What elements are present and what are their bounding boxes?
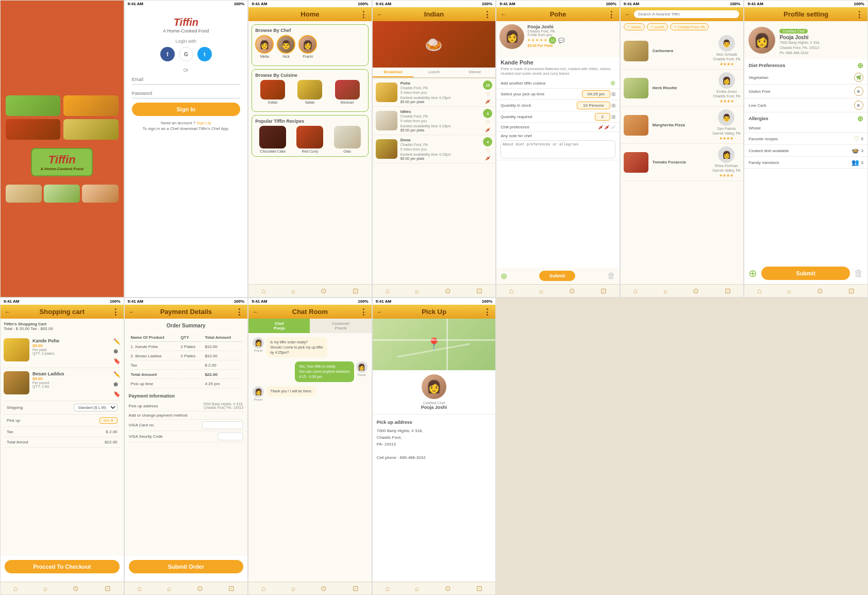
password-input[interactable] [132, 89, 241, 98]
chef-nikita[interactable]: 👩 Nikita [255, 35, 274, 58]
nav-search-icon[interactable]: ⌕ [291, 287, 295, 295]
add-allergy-icon[interactable]: ⊕ [857, 114, 863, 123]
nav-home-icon[interactable]: ⌂ [137, 584, 141, 592]
cuisine-indian[interactable]: Indian [255, 80, 290, 104]
vegetarian-toggle[interactable]: 🌿 [854, 73, 863, 82]
nav-search-icon[interactable]: ⌕ [415, 287, 419, 295]
submit-order-button[interactable]: Submit Order [129, 560, 244, 573]
nav-cart-icon[interactable]: ⊡ [725, 287, 731, 295]
tab-customer-prachi[interactable]: CustomerPrachi [310, 319, 371, 333]
bookmark-icon[interactable]: 🔖 [113, 358, 121, 365]
nav-cart-icon[interactable]: ⊡ [228, 584, 235, 592]
visa-security-input[interactable] [218, 433, 243, 440]
tab-chef-pooja[interactable]: ChefPooja [248, 319, 310, 333]
chef-nick[interactable]: 👨 Nick [277, 35, 295, 58]
list-item[interactable]: Herb Risotte 👩 Emilia Jones Chadds Ford,… [621, 70, 744, 107]
gluten-free-toggle[interactable]: ⊗ [854, 87, 863, 96]
edit-icon[interactable]: ✏️ [113, 371, 121, 378]
nav-home-icon[interactable]: ⌂ [261, 287, 265, 295]
add-icon[interactable]: ⊕ [748, 267, 757, 279]
chef-prachi[interactable]: 👩 Prachi [298, 35, 317, 58]
list-item[interactable]: Tomato Focaccia 👩 Rhea Perlman Garnet Va… [621, 144, 744, 181]
twitter-login-btn[interactable]: t [197, 47, 212, 61]
add-icon[interactable]: ⊕ [500, 271, 507, 281]
nav-cart-icon[interactable]: ⊡ [353, 584, 359, 592]
nav-cart-icon[interactable]: ⊡ [848, 287, 855, 295]
recipe-red-curry[interactable]: Red Curry [292, 126, 327, 153]
quantity-required-input[interactable]: 2 [595, 113, 610, 121]
tab-breakfast[interactable]: Breakfast [373, 68, 414, 77]
nav-profile-icon[interactable]: ⊙ [321, 584, 327, 592]
back-arrow-icon[interactable]: ← [500, 11, 507, 18]
chili-3[interactable]: 🌶 [610, 124, 615, 130]
heart-icon[interactable]: ♡ [486, 91, 490, 97]
nav-search-icon[interactable]: ⌕ [539, 287, 543, 295]
more-menu-icon[interactable]: ⋮ [855, 9, 863, 19]
delete-icon[interactable]: 🗑 [854, 268, 863, 279]
list-item[interactable]: Pohe Chadds Ford, PA5 miles from youEarl… [373, 78, 496, 107]
edit-icon[interactable]: ✏️ [113, 338, 121, 345]
nav-profile-icon[interactable]: ⊙ [197, 584, 203, 592]
message-icon[interactable]: 💬 [558, 38, 564, 43]
nav-cart-icon[interactable]: ⊡ [105, 584, 111, 592]
nav-search-icon[interactable]: ⌕ [663, 287, 667, 295]
nav-profile-icon[interactable]: ⊙ [445, 287, 451, 295]
facebook-login-btn[interactable]: f [160, 47, 175, 61]
filter-chip-italian[interactable]: ✓ Italian [624, 23, 645, 30]
sign-in-button[interactable]: Sign In [132, 103, 241, 116]
google-login-btn[interactable]: G [179, 47, 193, 61]
nav-search-icon[interactable]: ⌕ [787, 287, 791, 295]
chili-1[interactable]: 🌶 [598, 124, 603, 130]
nav-profile-icon[interactable]: ⊙ [73, 584, 79, 592]
chef-note-textarea[interactable] [500, 140, 615, 158]
nav-search-icon[interactable]: ⌕ [415, 584, 419, 592]
nav-search-icon[interactable]: ⌕ [167, 584, 171, 592]
nav-home-icon[interactable]: ⌂ [261, 584, 265, 592]
back-arrow-icon[interactable]: ← [377, 11, 383, 18]
visa-no-input[interactable] [202, 421, 243, 429]
tab-dinner[interactable]: Dinner [455, 68, 496, 77]
back-arrow-icon[interactable]: ← [625, 11, 631, 18]
delete-icon[interactable]: 🗑 [607, 271, 615, 280]
more-menu-icon[interactable]: ⋮ [483, 307, 491, 317]
bookmark-icon[interactable]: 🔖 [113, 391, 121, 398]
back-arrow-icon[interactable]: ← [253, 308, 259, 316]
pickup-time-input[interactable]: 04:25 pm [582, 90, 610, 98]
add-cuisine-plus-icon[interactable]: ⊕ [610, 79, 615, 87]
nav-cart-icon[interactable]: ⊡ [476, 584, 482, 592]
more-menu-icon[interactable]: ⋮ [111, 307, 120, 317]
nav-cart-icon[interactable]: ⊡ [353, 287, 359, 295]
back-arrow-icon[interactable]: ← [5, 308, 11, 316]
more-menu-icon[interactable]: ⋮ [359, 9, 368, 19]
back-arrow-icon[interactable]: ← [377, 308, 383, 316]
nav-home-icon[interactable]: ⌂ [13, 584, 18, 592]
remove-icon[interactable]: ⊗ [113, 381, 121, 388]
checkout-button[interactable]: Procced To Checkout [5, 560, 120, 573]
nav-profile-icon[interactable]: ⊙ [693, 287, 699, 295]
submit-button[interactable]: Submit [761, 267, 850, 280]
heart-icon[interactable]: ♡ [486, 148, 490, 154]
quantity-stepper-icon[interactable]: ⊞ [611, 114, 615, 120]
list-item[interactable]: Dosa Chadds Ford, PA5 miles from youEarl… [373, 135, 496, 163]
filter-chip-lunch[interactable]: ✓ Lunch [647, 23, 668, 30]
more-menu-icon[interactable]: ⋮ [235, 307, 243, 317]
nav-search-icon[interactable]: ⌕ [43, 584, 47, 592]
filter-chip-location[interactable]: ✓ Chadds Ford, PA [670, 23, 709, 30]
nav-profile-icon[interactable]: ⊙ [321, 287, 327, 295]
nav-home-icon[interactable]: ⌂ [633, 287, 638, 295]
back-arrow-icon[interactable]: ← [129, 308, 135, 316]
nav-profile-icon[interactable]: ⊙ [445, 584, 451, 592]
nav-home-icon[interactable]: ⌂ [509, 287, 513, 295]
recipe-oats[interactable]: Oats [330, 126, 365, 153]
nav-search-icon[interactable]: ⌕ [291, 584, 295, 592]
nav-home-icon[interactable]: ⌂ [385, 287, 389, 295]
cuisine-mexican[interactable]: Mexican [330, 80, 365, 104]
nav-home-icon[interactable]: ⌂ [757, 287, 761, 295]
search-input[interactable] [634, 10, 740, 18]
nav-cart-icon[interactable]: ⊡ [600, 287, 607, 295]
nav-profile-icon[interactable]: ⊙ [569, 287, 575, 295]
sign-up-link[interactable]: Sign Up [196, 121, 211, 125]
nav-cart-icon[interactable]: ⊡ [476, 287, 482, 295]
add-diet-icon[interactable]: ⊕ [857, 61, 863, 70]
pickup-time-stepper-icon[interactable]: ⊞ [611, 91, 615, 97]
